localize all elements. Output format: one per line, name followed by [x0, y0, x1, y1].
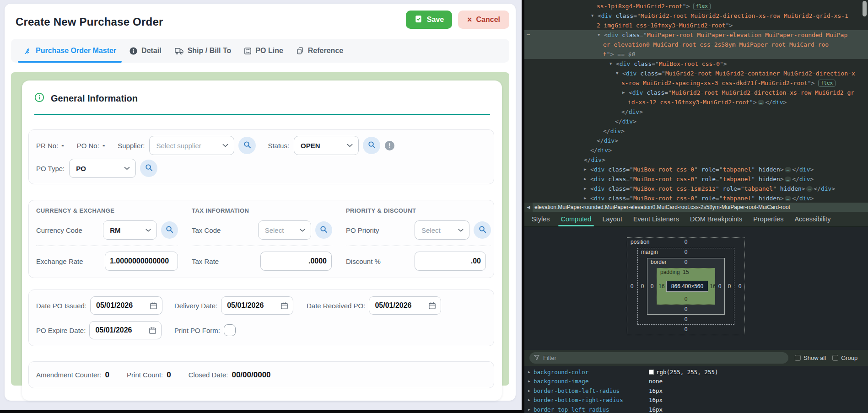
code-line[interactable]: t"> == $0: [524, 49, 868, 59]
inspector-tab-computed[interactable]: Computed: [556, 212, 596, 226]
disclosure-arrow-icon[interactable]: ▶: [528, 379, 534, 383]
calendar-icon[interactable]: [150, 302, 157, 310]
date-po-issued-input[interactable]: 05/01/2026: [90, 296, 162, 315]
date-po-issued-value: 05/01/2026: [96, 301, 133, 310]
code-line[interactable]: 2 imgGird1 css-16fnxy3-MuiGrid2-root">: [524, 21, 868, 30]
currency-code-select[interactable]: RM: [103, 220, 157, 240]
po-priority-search-button[interactable]: [474, 221, 491, 239]
disclosure-arrow-icon[interactable]: ▶: [528, 408, 534, 412]
more-actions-icon[interactable]: ⋯: [527, 30, 530, 40]
code-token[interactable]: …: [785, 196, 792, 201]
computed-property-row[interactable]: ▶background-colorrgb(255, 255, 255): [524, 367, 868, 377]
code-line[interactable]: id-xs-12 css-16fnxy3-MuiGrid2-root">…</d…: [524, 97, 868, 107]
disclosure-arrow-icon[interactable]: ▼: [598, 30, 604, 40]
code-line[interactable]: ▼<div class="MuiGrid2-root MuiGrid2-dire…: [524, 11, 868, 21]
code-token: MuiGrid2-root MuiGrid2-direction-xs-row …: [641, 12, 848, 19]
disclosure-arrow-icon[interactable]: ▶: [622, 88, 629, 97]
code-line[interactable]: ▶<div class="MuiGrid2-root MuiGrid2-dire…: [524, 88, 868, 97]
code-line[interactable]: ▼<div class="MuiBox-root css-0">: [524, 59, 868, 69]
code-line[interactable]: s-row MuiGrid2-spacing-xs-3 css-dkd71f-M…: [524, 78, 868, 88]
dotted-divider: [192, 246, 332, 246]
code-token[interactable]: …: [758, 100, 765, 105]
code-line[interactable]: </div>: [524, 155, 868, 165]
code-line[interactable]: ss-1pi8xg4-MuiGrid2-root">flex: [524, 1, 868, 11]
disclosure-arrow-icon[interactable]: ▶: [584, 165, 590, 174]
disclosure-arrow-icon[interactable]: ▶: [528, 370, 534, 374]
code-line[interactable]: </div>: [524, 136, 868, 145]
computed-property-row[interactable]: ▶background-imagenone: [524, 377, 868, 386]
code-token[interactable]: …: [785, 177, 792, 182]
code-line[interactable]: ▶<div class="MuiBox-root css-1sm2s1z" ro…: [524, 184, 868, 193]
inspector-tab-styles[interactable]: Styles: [527, 212, 555, 226]
disclosure-arrow-icon[interactable]: ▼: [591, 11, 598, 21]
tab-reference[interactable]: Reference: [290, 39, 350, 63]
exchange-rate-input[interactable]: 1.0000000000000: [105, 252, 178, 271]
tab-detail[interactable]: Detail: [123, 39, 168, 63]
code-line[interactable]: </div>: [524, 126, 868, 136]
show-all-checkbox[interactable]: [795, 355, 801, 361]
tab-purchase-order-master[interactable]: Purchase Order Master: [17, 39, 123, 63]
status-select[interactable]: OPEN: [294, 136, 359, 155]
inspector-tab-event-listeners[interactable]: Event Listeners: [629, 212, 684, 226]
computed-property-row[interactable]: ▶border-top-left-radius16px: [524, 405, 868, 413]
code-line[interactable]: </div>: [524, 145, 868, 155]
property-value-text: 16px: [649, 406, 663, 413]
disclosure-arrow-icon[interactable]: ▼: [616, 69, 622, 78]
disclosure-arrow-icon[interactable]: ▶: [584, 193, 590, 203]
group-checkbox[interactable]: [832, 355, 838, 361]
code-line[interactable]: ▶<div class="MuiBox-root css-0" role="ta…: [524, 193, 868, 203]
breadcrumb-scroll-left-button[interactable]: ◀: [524, 203, 533, 212]
po-type-select[interactable]: PO: [69, 159, 136, 178]
po-priority-select[interactable]: Select: [415, 220, 469, 240]
supplier-search-button[interactable]: [238, 137, 256, 154]
inspector-tab-accessibility[interactable]: Accessibility: [790, 212, 835, 226]
code-token: class: [636, 70, 658, 77]
disclosure-arrow-icon[interactable]: ▶: [528, 389, 534, 393]
discount-input[interactable]: .00: [415, 252, 486, 271]
code-line[interactable]: ▼<div class="MuiGrid2-root MuiGrid2-cont…: [524, 69, 868, 78]
print-po-form-checkbox[interactable]: [224, 324, 236, 336]
tax-code-search-button[interactable]: [315, 221, 332, 239]
cancel-button[interactable]: × Cancel: [458, 11, 509, 29]
delivery-date-input[interactable]: 05/01/2026: [221, 296, 293, 315]
tax-rate-input[interactable]: .0000: [260, 252, 332, 271]
calendar-icon[interactable]: [149, 327, 156, 334]
computed-property-row[interactable]: ▶border-bottom-right-radius16px: [524, 396, 868, 405]
po-expire-date-input[interactable]: 05/01/2026: [89, 321, 162, 339]
code-token[interactable]: …: [806, 186, 813, 192]
disclosure-arrow-icon[interactable]: ▶: [584, 174, 590, 184]
code-line[interactable]: </div>: [524, 117, 868, 126]
code-token: role: [701, 195, 716, 202]
save-button[interactable]: Save: [406, 11, 452, 29]
code-line[interactable]: er-elevation0 MuiCard-root css-2s58ym-Mu…: [524, 40, 868, 49]
tab-ship-bill-to[interactable]: Ship / Bill To: [168, 39, 238, 63]
inspector-tab-properties[interactable]: Properties: [749, 212, 788, 226]
code-line[interactable]: ▶<div class="MuiBox-root css-0" role="ta…: [524, 174, 868, 184]
code-line[interactable]: ▶<div class="MuiBox-root css-0" role="ta…: [524, 165, 868, 174]
padding-label: padding: [660, 269, 680, 275]
code-line[interactable]: </div>: [524, 107, 868, 117]
code-line[interactable]: ⋯▼<div class="MuiPaper-root MuiPaper-ele…: [524, 30, 868, 40]
code-token: s-row MuiGrid2-spacing-xs-3 css-dkd71f-M…: [621, 80, 808, 86]
supplier-select[interactable]: Select supplier: [149, 136, 234, 155]
code-token[interactable]: …: [785, 167, 792, 172]
disclosure-arrow-icon[interactable]: ▶: [528, 398, 534, 402]
date-received-po-input[interactable]: 05/01/2026: [369, 296, 441, 315]
disclosure-arrow-icon[interactable]: ▼: [609, 59, 616, 69]
breadcrumb[interactable]: elevation.MuiPaper-rounded.MuiPaper-elev…: [533, 204, 790, 210]
tab-po-line[interactable]: PO Line: [237, 39, 289, 63]
inspector-tab-dom-breakpoints[interactable]: DOM Breakpoints: [685, 212, 747, 226]
disclosure-arrow-icon[interactable]: ▶: [584, 184, 590, 193]
computed-property-row[interactable]: ▶border-bottom-left-radius16px: [524, 386, 868, 396]
calendar-icon[interactable]: [280, 302, 288, 310]
inspector-tab-layout[interactable]: Layout: [598, 212, 627, 226]
calendar-icon[interactable]: [428, 302, 436, 310]
filter-input[interactable]: Filter: [529, 352, 788, 364]
search-icon: [319, 225, 328, 235]
tax-code-select[interactable]: Select: [258, 220, 312, 240]
po-type-search-button[interactable]: [140, 160, 157, 177]
dotted-divider: [346, 246, 491, 246]
currency-search-button[interactable]: [161, 221, 178, 239]
status-search-button[interactable]: [363, 137, 380, 154]
pr-no-label: PR No:: [36, 142, 58, 150]
